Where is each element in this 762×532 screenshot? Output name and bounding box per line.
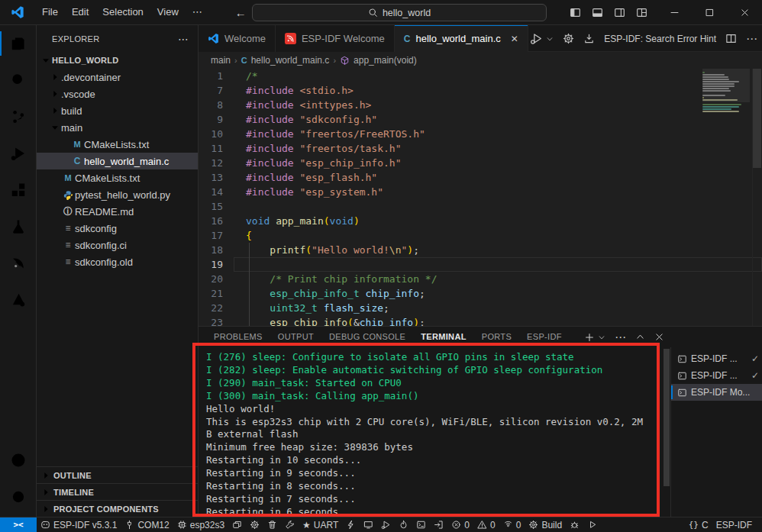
status-run-task[interactable] [583,517,601,532]
activity-source-control-icon[interactable] [0,98,37,135]
status-debug-device[interactable] [377,517,395,532]
terminal-dropdown-chevron-icon[interactable] [598,334,605,341]
minimap[interactable] [702,69,750,113]
panel-more-icon[interactable]: ⋯ [615,330,626,344]
status-errors-count[interactable]: 0 [447,517,473,532]
terminal-list-item[interactable]: ESP-IDF ...✓ [671,350,762,367]
tab-esp-idf-welcome[interactable]: ESP-IDF Welcome [276,25,395,52]
tree-item-pytest_hello_world.py[interactable]: pytest_hello_world.py [37,186,198,203]
code-line-17: 17{ [199,228,762,243]
status-flash-method[interactable]: ★ UART [299,517,342,532]
status-full-clean[interactable] [263,517,281,532]
tree-item-hello_world_main.c[interactable]: Chello_world_main.c [37,153,198,169]
breadcrumb-file[interactable]: hello_world_main.c [251,55,330,66]
panel-tab-output[interactable]: OUTPUT [272,327,320,347]
status-remote-indicator[interactable]: >< [0,517,37,532]
panel-tab-problems[interactable]: PROBLEMS [208,327,269,347]
status-menuconfig[interactable] [281,517,299,532]
config-file-icon: ≡ [61,240,75,250]
activity-search-icon[interactable] [0,62,37,98]
run-or-debug-icon[interactable] [530,32,543,45]
run-dropdown-chevron-icon[interactable] [546,35,554,43]
tree-item-.devcontainer[interactable]: .devcontainer [37,69,198,85]
status-current-task[interactable]: Build [525,517,566,532]
status-language-mode[interactable]: {} C [685,517,712,532]
status-warnings-count[interactable]: 0 [473,517,499,532]
status-esp-idf-extension[interactable]: ESP-IDF [712,517,756,532]
maximize-panel-icon[interactable] [635,332,645,342]
flash-download-icon[interactable] [583,33,595,44]
activity-esp-idf-explorer-icon[interactable] [0,282,37,318]
code-editor[interactable]: 1/* 7#include <stdio.h> 8#include <intty… [199,69,762,326]
tab-hello-world-main-c[interactable]: Chello_world_main.c ✕ [395,25,528,52]
tree-item-main[interactable]: main [37,119,198,136]
gear-icon[interactable] [563,33,574,44]
status-build-flash-monitor[interactable] [395,517,412,532]
tree-item-build[interactable]: build [37,102,198,119]
activity-account-icon[interactable] [0,442,37,479]
close-button[interactable] [727,0,762,25]
status-project-folder[interactable] [228,517,246,532]
new-terminal-icon[interactable] [584,332,595,343]
tree-item-sdkconfig[interactable]: ≡sdkconfig [37,220,198,237]
status-flash-device[interactable] [342,517,360,532]
status-idf-terminal[interactable] [412,517,430,532]
more-actions-icon[interactable]: ⋯ [746,32,757,46]
tree-item-CMakeLists.txt[interactable]: MCMakeLists.txt [37,136,198,153]
close-tab-icon[interactable]: ✕ [511,34,518,44]
terminal-list-item[interactable]: ESP-IDF Mo... [671,384,762,401]
activity-testing-icon[interactable] [0,208,37,245]
terminal-output[interactable]: I (276) sleep: Configure to isolate all … [199,347,663,517]
tab-welcome[interactable]: Welcome [199,25,276,52]
menu-File[interactable]: File [35,4,65,21]
command-center-search[interactable]: hello_world [252,4,547,21]
section-outline[interactable]: OUTLINE [37,466,198,483]
status-custom-task[interactable] [430,517,447,532]
toggle-panel-icon[interactable] [592,7,603,18]
status-serial-port[interactable]: COM12 [121,517,173,532]
tree-item-README.md[interactable]: ⓘREADME.md [37,203,198,220]
status-debug-task[interactable] [566,517,583,532]
menu-View[interactable]: View [150,4,186,21]
activity-explorer-icon[interactable] [0,25,37,62]
panel-tab-debug-console[interactable]: DEBUG CONSOLE [323,327,412,347]
breadcrumb[interactable]: main›Chello_world_main.c›app_main(void) [199,52,762,69]
activity-run-debug-icon[interactable] [0,135,37,172]
activity-espressif-icon[interactable] [0,245,37,282]
toggle-secondary-sidebar-icon[interactable] [614,7,625,18]
tree-item-CMakeLists.txt[interactable]: MCMakeLists.txt [37,169,198,186]
activity-extensions-icon[interactable] [0,172,37,208]
terminal-list-item[interactable]: ESP-IDF ...✓ [671,367,762,384]
panel-tab-ports[interactable]: PORTS [476,327,518,347]
customize-layout-icon[interactable] [636,7,647,18]
menu-Edit[interactable]: Edit [65,4,95,21]
panel-tab-esp-idf[interactable]: ESP-IDF [521,327,568,347]
toggle-sidebar-icon[interactable] [570,7,581,18]
maximize-button[interactable] [692,0,727,25]
split-editor-icon[interactable] [725,33,737,44]
search-error-hint-button[interactable]: ESP-IDF: Search Error Hint [604,34,716,44]
terminal-scrollbar[interactable] [663,347,670,517]
tree-item-sdkconfig.old[interactable]: ≡sdkconfig.old [37,253,198,270]
status-device-target[interactable]: esp32s3 [173,517,228,532]
status-ports-count[interactable]: 0 [499,517,525,532]
breadcrumb-folder[interactable]: main [211,55,231,66]
nav-back-icon[interactable]: ← [235,6,247,19]
breadcrumb-symbol[interactable]: app_main(void) [354,55,417,66]
status-esp-idf-version[interactable]: ESP-IDF v5.3.1 [37,517,121,532]
section-timeline[interactable]: TIMELINE [37,483,198,500]
activity-settings-icon[interactable] [0,479,37,515]
editor-scrollbar[interactable] [752,69,762,326]
status-monitor-device[interactable] [360,517,377,532]
tree-item-.vscode[interactable]: .vscode [37,85,198,102]
panel-tab-terminal[interactable]: TERMINAL [415,327,472,347]
status-sdk-config[interactable] [246,517,263,532]
tree-item-sdkconfig.ci[interactable]: ≡sdkconfig.ci [37,237,198,253]
section-project-components[interactable]: PROJECT COMPONENTS [37,500,198,517]
explorer-more-icon[interactable]: ⋯ [178,33,189,45]
minimize-button[interactable] [657,0,692,25]
close-panel-icon[interactable] [654,332,664,342]
menu-Selection[interactable]: Selection [95,4,150,21]
menu-more[interactable]: ⋯ [186,4,209,21]
tree-root[interactable]: HELLO_WORLD [37,52,198,69]
